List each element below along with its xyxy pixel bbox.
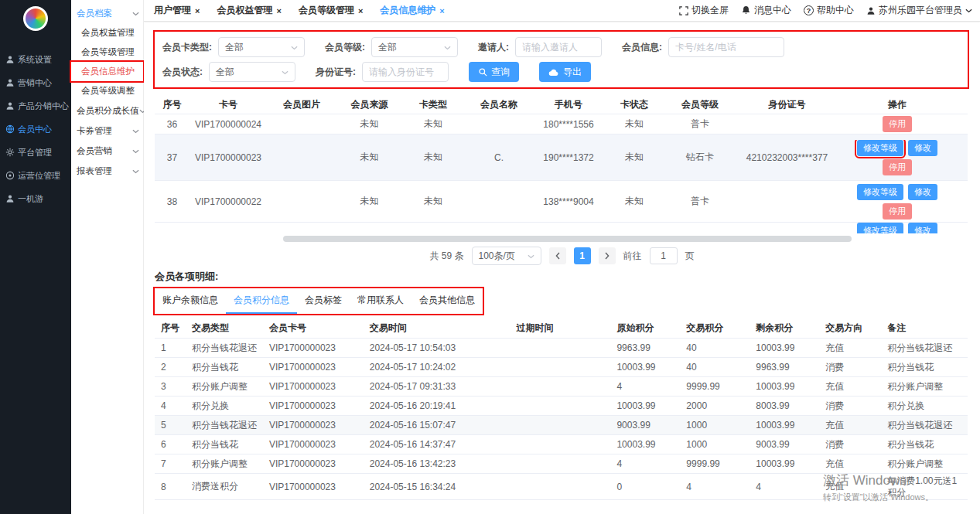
horizontal-scrollbar[interactable] [283, 236, 852, 242]
close-icon[interactable]: × [358, 6, 363, 15]
card-type-select[interactable]: 全部 [218, 37, 305, 57]
tab-frequent-contacts[interactable]: 常用联系人 [350, 288, 411, 314]
cell: 2024-05-17 10:54:03 [364, 342, 510, 353]
menu-item-member-rights[interactable]: 会员权益管理 [71, 23, 143, 43]
prev-page-button[interactable] [549, 247, 566, 264]
target-icon [5, 171, 15, 180]
table-header-row: 序号 卡号 会员图片 会员来源 卡类型 会员名称 手机号 卡状态 会员等级 身份… [155, 95, 968, 114]
edit-level-button[interactable]: 修改等级 [857, 184, 903, 200]
tab-member-points-info[interactable]: 会员积分信息 [226, 288, 297, 314]
search-button[interactable]: 查询 [469, 62, 519, 82]
menu-group-coupon-management[interactable]: 卡券管理 [71, 121, 143, 141]
table-row[interactable]: 2 积分当钱花 VIP1700000023 2024-05-17 10:24:0… [155, 358, 968, 377]
disable-button[interactable]: 停用 [883, 159, 912, 175]
select-value: 全部 [225, 41, 244, 54]
app-logo [0, 0, 71, 37]
sidebar-item-member-center[interactable]: 会员中心 [0, 117, 71, 141]
tab-member-rights[interactable]: 会员权益管理 × [208, 4, 289, 17]
sidebar-item-one-machine-tour[interactable]: 一机游 [0, 187, 71, 210]
member-level-select[interactable]: 全部 [371, 37, 458, 57]
column-header: 卡号 [190, 98, 267, 111]
current-page-button[interactable]: 1 [574, 247, 591, 264]
table-row[interactable]: 6 积分当钱花 VIP1700000023 2024-05-16 14:37:4… [155, 435, 968, 454]
tab-member-other-info[interactable]: 会员其他信息 [411, 288, 483, 314]
cell: VIP1700000023 [190, 152, 267, 163]
cell: 4 [750, 482, 819, 492]
chevron-down-icon [444, 42, 451, 53]
table-row-selected[interactable]: 37 VIP1700000023 未知 未知 C. 190****1372 未知… [155, 134, 968, 181]
sidebar-item-marketing-center[interactable]: 营销中心 [0, 71, 71, 94]
member-info-input[interactable] [668, 37, 784, 57]
chevron-down-icon [291, 42, 298, 53]
cell: 9963.99 [750, 362, 819, 373]
table-row[interactable]: 5 积分当钱花退还 VIP1700000023 2024-05-16 15:07… [155, 416, 968, 435]
sidebar-item-operations-management[interactable]: 运营位管理 [0, 164, 71, 187]
fullscreen-toggle[interactable]: 切换全屏 [679, 4, 729, 17]
table-row[interactable]: 7 积分账户调整 VIP1700000023 2024-05-16 13:42:… [155, 454, 968, 474]
menu-group-member-marketing[interactable]: 会员营销 [71, 141, 143, 161]
menu-group-member-archive[interactable]: 会员档案 [71, 3, 143, 23]
cell: 6 [155, 439, 186, 450]
tab-account-balance-info[interactable]: 账户余额信息 [155, 288, 226, 314]
disable-button[interactable]: 停用 [883, 116, 912, 132]
sidebar-item-system-settings[interactable]: 系统设置 [0, 48, 71, 71]
select-value: 全部 [216, 66, 234, 79]
page-size-select[interactable]: 100条/页 [472, 247, 541, 265]
export-button[interactable]: 导出 [539, 62, 591, 82]
edit-button[interactable]: 修改 [908, 223, 937, 233]
tab-user-management[interactable]: 用户管理 × [145, 4, 208, 17]
table-row[interactable]: 36 VIP1700000024 未知 未知 180****1556 未知 普卡… [155, 114, 968, 134]
close-icon[interactable]: × [439, 6, 444, 15]
close-icon[interactable]: × [276, 6, 281, 15]
chevron-right-icon [605, 252, 610, 260]
table-row-clipped[interactable]: 修改等级 修改 [155, 223, 968, 233]
tab-member-tags[interactable]: 会员标签 [297, 288, 350, 314]
column-header: 卡状态 [603, 98, 665, 111]
cell: 钻石卡 [665, 151, 735, 164]
cell: VIP1700000023 [263, 458, 364, 469]
table-row[interactable]: 4 积分兑换 VIP1700000023 2024-05-16 20:19:41… [155, 397, 968, 416]
table-row[interactable]: 3 积分账户调整 VIP1700000023 2024-05-17 09:31:… [155, 377, 968, 397]
id-card-input[interactable] [362, 62, 449, 82]
menu-item-member-level-adjust[interactable]: 会员等级调整 [71, 81, 143, 100]
scrollbar-thumb[interactable] [283, 236, 852, 242]
next-page-button[interactable] [599, 247, 616, 264]
table-row[interactable]: 38 VIP1700000022 未知 未知 138****9004 未知 普卡… [155, 181, 968, 223]
sidebar-item-distribution-center[interactable]: 产品分销中心 [0, 94, 71, 117]
table-row[interactable]: 1 积分当钱花退还 VIP1700000023 2024-05-17 10:54… [155, 339, 968, 358]
menu-group-report-management[interactable]: 报表管理 [71, 161, 143, 181]
tab-member-level[interactable]: 会员等级管理 × [290, 4, 371, 17]
tab-member-info-maintenance[interactable]: 会员信息维护 × [371, 4, 452, 17]
table-row[interactable]: 8 消费送积分 VIP1700000023 2024-05-15 16:34:2… [155, 474, 968, 500]
disable-button[interactable]: 停用 [883, 203, 912, 220]
sidebar-item-platform-management[interactable]: 平台管理 [0, 141, 71, 164]
cell: 未知 [336, 151, 402, 164]
caret-down-icon [965, 9, 972, 13]
help-center[interactable]: ? 帮助中心 [804, 4, 854, 17]
menu-group-points-growth[interactable]: 会员积分成长值 [71, 100, 143, 121]
user-menu[interactable]: 苏州乐园平台管理员 [866, 4, 972, 17]
close-icon[interactable]: × [195, 6, 200, 15]
filter-label: 会员卡类型: [162, 41, 212, 54]
message-center[interactable]: 消息中心 [741, 4, 791, 17]
fullscreen-label: 切换全屏 [691, 4, 729, 17]
cell: 未知 [402, 117, 464, 131]
tab-label: 用户管理 [154, 4, 191, 17]
cell: 10003.99 [750, 420, 819, 431]
cell: 积分当钱花退还 [881, 342, 968, 354]
column-header: 交易类型 [186, 322, 263, 335]
menu-item-member-level[interactable]: 会员等级管理 [71, 43, 143, 62]
inviter-input[interactable] [515, 37, 602, 57]
user-menu-label: 苏州乐园平台管理员 [879, 4, 962, 17]
edit-level-button[interactable]: 修改等级 [857, 140, 903, 156]
goto-page-input[interactable] [650, 247, 678, 264]
menu-item-member-info-maintenance[interactable]: 会员信息维护 [71, 62, 143, 81]
edit-button[interactable]: 修改 [908, 140, 937, 156]
logo-icon [23, 6, 48, 31]
column-header: 会员名称 [464, 98, 534, 111]
edit-level-button[interactable]: 修改等级 [857, 223, 903, 233]
secondary-sidebar: 会员档案 会员权益管理 会员等级管理 会员信息维护 会员等级调整 会员积分成长值… [71, 0, 144, 514]
column-header: 序号 [155, 98, 190, 111]
edit-button[interactable]: 修改 [908, 184, 937, 200]
member-status-select[interactable]: 全部 [209, 62, 295, 82]
